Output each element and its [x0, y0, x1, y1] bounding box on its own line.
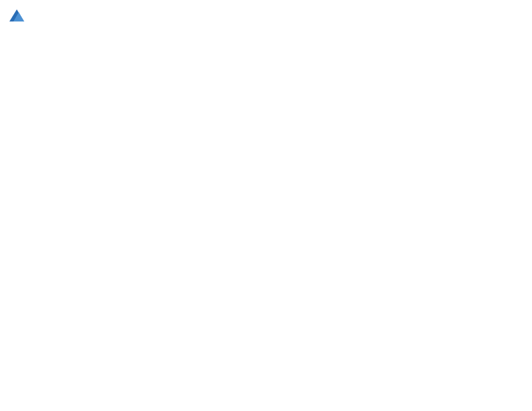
logo — [7, 7, 30, 27]
header — [7, 7, 525, 27]
logo-icon — [7, 7, 27, 27]
